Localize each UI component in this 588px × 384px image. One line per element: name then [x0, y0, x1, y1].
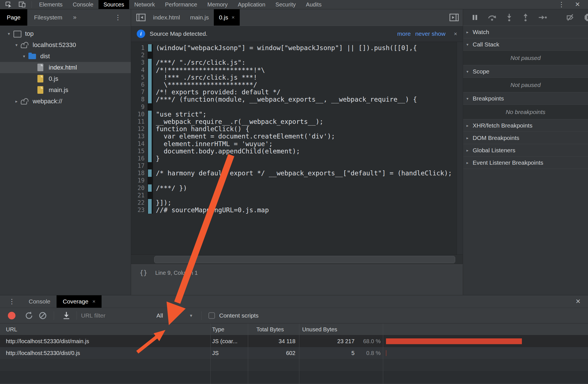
- tab-page[interactable]: Page: [0, 9, 27, 26]
- device-toolbar-icon[interactable]: [19, 1, 26, 8]
- step-out-icon[interactable]: [522, 14, 529, 21]
- tree-item-index-html[interactable]: index.html: [0, 62, 131, 73]
- drawer-close-icon[interactable]: ✕: [576, 298, 581, 305]
- type-filter-select[interactable]: All ▼: [156, 312, 199, 319]
- infobar-more-link[interactable]: more: [397, 30, 411, 37]
- tab-performance[interactable]: Performance: [160, 0, 203, 9]
- line-number[interactable]: 16: [131, 155, 147, 162]
- infobar-close-icon[interactable]: ×: [454, 31, 457, 37]
- section-event-listener-breakpoints[interactable]: ▸ Event Listener Breakpoints: [463, 157, 588, 169]
- tab-application[interactable]: Application: [233, 0, 270, 9]
- editor-vertical-scrollbar[interactable]: [457, 42, 463, 254]
- drawer-kebab-icon[interactable]: ⋮: [8, 298, 15, 305]
- close-icon[interactable]: ✕: [575, 1, 580, 8]
- tab-security[interactable]: Security: [270, 0, 301, 9]
- section-xhr-fetch-breakpoints[interactable]: ▸ XHR/fetch Breakpoints: [463, 119, 588, 132]
- refresh-icon[interactable]: [25, 311, 33, 320]
- editor-tab-main-js[interactable]: main.js: [185, 9, 214, 26]
- line-number[interactable]: 23: [131, 207, 147, 213]
- line-number[interactable]: 20: [131, 185, 147, 191]
- line-number[interactable]: 15: [131, 148, 147, 155]
- infobar-never-show-link[interactable]: never show: [415, 30, 445, 37]
- code-area[interactable]: 1 (window["webpackJsonp"] = window["webp…: [131, 42, 463, 269]
- column-header-type[interactable]: Type: [212, 326, 224, 332]
- line-number[interactable]: 7: [131, 89, 147, 95]
- record-icon[interactable]: [8, 312, 15, 320]
- tab-sources[interactable]: Sources: [98, 0, 129, 9]
- clear-icon[interactable]: [39, 311, 47, 320]
- line-number[interactable]: 12: [131, 126, 147, 132]
- line-number[interactable]: 2: [131, 52, 147, 59]
- line-number[interactable]: 9: [131, 104, 147, 110]
- tab-network[interactable]: Network: [129, 0, 160, 9]
- line-number[interactable]: 5: [131, 74, 147, 81]
- line-number[interactable]: 22: [131, 199, 147, 206]
- disclosure-triangle[interactable]: ▸: [13, 99, 20, 104]
- tree-item-main-js[interactable]: main.js: [0, 84, 131, 96]
- more-tabs-icon[interactable]: »: [73, 14, 76, 21]
- cursor-position: Line 9, Column 1: [155, 270, 198, 276]
- tree-item-0-js[interactable]: 0.js: [0, 73, 131, 84]
- section-call-stack[interactable]: ▾ Call Stack: [463, 38, 588, 51]
- column-header-url[interactable]: URL: [6, 326, 17, 332]
- table-row[interactable]: http://localhost:52330/dist/main.js JS (…: [0, 335, 588, 347]
- scrollbar-thumb[interactable]: [154, 256, 455, 263]
- download-icon[interactable]: [62, 311, 70, 320]
- line-number[interactable]: 19: [131, 177, 147, 184]
- step-into-icon[interactable]: [506, 14, 513, 21]
- tab-close-icon[interactable]: ×: [232, 14, 235, 21]
- tab-close-icon[interactable]: ×: [92, 298, 95, 305]
- editor-horizontal-scrollbar[interactable]: [131, 254, 463, 264]
- tab-console[interactable]: Console: [68, 0, 98, 9]
- show-debugger-icon[interactable]: [449, 13, 459, 22]
- line-number[interactable]: 1: [131, 44, 147, 51]
- editor-tab-0-js[interactable]: 0.js ×: [214, 9, 240, 26]
- disclosure-triangle[interactable]: ▾: [5, 31, 13, 36]
- section-dom-breakpoints[interactable]: ▸ DOM Breakpoints: [463, 132, 588, 144]
- line-number[interactable]: 8: [131, 96, 147, 103]
- pause-on-exceptions-icon[interactable]: [584, 13, 588, 22]
- tree-item-top[interactable]: ▾ top: [0, 28, 131, 39]
- section-global-listeners[interactable]: ▸ Global Listeners: [463, 144, 588, 157]
- deactivate-breakpoints-icon[interactable]: [566, 14, 574, 21]
- tree-item-dist[interactable]: ▾ dist: [0, 51, 131, 62]
- line-number[interactable]: 17: [131, 162, 147, 169]
- disclosure-triangle[interactable]: ▾: [20, 54, 28, 59]
- tab-elements[interactable]: Elements: [34, 0, 68, 9]
- line-number[interactable]: 21: [131, 192, 147, 199]
- section-scope[interactable]: ▾ Scope: [463, 65, 588, 78]
- content-scripts-checkbox[interactable]: [208, 312, 215, 319]
- hide-navigator-icon[interactable]: [136, 13, 146, 22]
- column-header-unused[interactable]: Unused Bytes: [302, 326, 337, 332]
- line-number[interactable]: 14: [131, 140, 147, 147]
- tab-memory[interactable]: Memory: [202, 0, 233, 9]
- pause-icon[interactable]: [472, 14, 478, 21]
- line-number[interactable]: 10: [131, 111, 147, 118]
- column-header-total[interactable]: Total Bytes: [241, 326, 284, 332]
- editor-tab-index-html[interactable]: index.html: [148, 9, 185, 26]
- tab-filesystem[interactable]: Filesystem: [27, 9, 69, 26]
- tree-item-webpack[interactable]: ▸ webpack://: [0, 96, 131, 107]
- url-filter-input[interactable]: [81, 312, 149, 319]
- tree-item-localhost-52330[interactable]: ▾ localhost:52330: [0, 39, 131, 51]
- disclosure-triangle[interactable]: ▾: [13, 43, 20, 48]
- kebab-menu-icon[interactable]: ⋮: [558, 1, 565, 8]
- line-number[interactable]: 3: [131, 59, 147, 66]
- table-row[interactable]: http://localhost:52330/dist/0.js JS 602 …: [0, 347, 588, 359]
- line-number[interactable]: 11: [131, 118, 147, 125]
- line-number[interactable]: 4: [131, 67, 147, 73]
- line-number[interactable]: 18: [131, 170, 147, 177]
- line-number[interactable]: 6: [131, 81, 147, 88]
- inspect-icon[interactable]: [5, 1, 12, 8]
- drawer-tab-console[interactable]: Console: [23, 295, 57, 308]
- drawer-tab-coverage[interactable]: Coverage ×: [57, 295, 102, 308]
- section-breakpoints[interactable]: ▾ Breakpoints: [463, 92, 588, 105]
- coverage-table: URL Type Total Bytes Unused Bytes http:/…: [0, 323, 588, 384]
- tab-audits[interactable]: Audits: [301, 0, 327, 9]
- section-watch[interactable]: ▸ Watch: [463, 26, 588, 38]
- navigator-kebab-icon[interactable]: ⋮: [115, 14, 121, 21]
- step-over-icon[interactable]: [488, 14, 496, 21]
- pretty-print-button[interactable]: {}: [140, 269, 147, 276]
- step-icon[interactable]: [538, 14, 547, 21]
- line-number[interactable]: 13: [131, 133, 147, 140]
